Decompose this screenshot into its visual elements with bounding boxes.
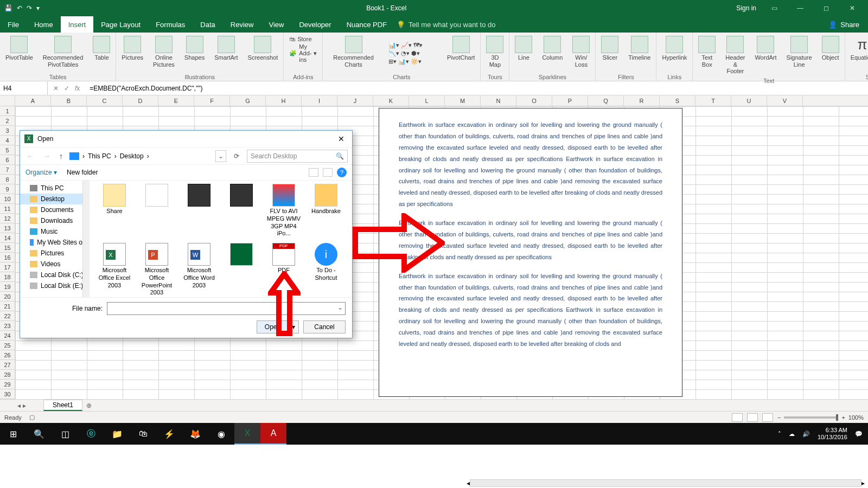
row-header[interactable]: 11 (0, 204, 15, 214)
tab-nuance-pdf[interactable]: Nuance PDF (339, 16, 394, 33)
ribbon-options-icon[interactable]: ▭ (766, 4, 782, 12)
tab-view[interactable]: View (261, 16, 291, 33)
screenshot-button[interactable]: Screenshot (245, 34, 282, 73)
cancel-formula-icon[interactable]: ✕ (53, 85, 59, 92)
pivottable-button[interactable]: PivotTable (2, 34, 36, 73)
file-share[interactable]: Share (95, 184, 134, 237)
table-button[interactable]: Table (90, 34, 113, 73)
nav-back-button[interactable]: ← (24, 152, 36, 160)
tree-music[interactable]: Music (20, 226, 89, 237)
tree-disk-c[interactable]: Local Disk (C:) (20, 269, 89, 280)
row-header[interactable]: 8 (0, 175, 15, 184)
row-header[interactable]: 23 (0, 321, 15, 331)
macro-record-icon[interactable]: ▢ (29, 414, 35, 421)
embedded-pdf-object[interactable]: Earthwork in surface excavation in ordin… (379, 108, 682, 397)
nav-up-button[interactable]: ↑ (57, 152, 65, 160)
search-input[interactable]: Search Desktop🔍 (247, 150, 348, 163)
store-icon[interactable]: 🛍 (130, 423, 156, 445)
row-header[interactable]: 5 (0, 145, 15, 155)
file-video3[interactable] (222, 243, 261, 297)
normal-view-button[interactable] (732, 413, 743, 422)
tree-websites[interactable]: My Web Sites or (20, 237, 89, 248)
tab-data[interactable]: Data (193, 16, 222, 33)
column-header[interactable]: R (624, 95, 660, 106)
tree-disk-e[interactable]: Local Disk (E:) (20, 280, 89, 291)
page-layout-view-button[interactable] (747, 413, 758, 422)
file-item[interactable] (137, 184, 176, 237)
row-header[interactable]: 25 (0, 341, 15, 350)
column-header[interactable]: M (445, 95, 481, 106)
tree-desktop[interactable]: Desktop (20, 194, 89, 204)
wordart-button[interactable]: WordArt (751, 34, 780, 77)
column-header[interactable]: P (552, 95, 588, 106)
sheet-tab[interactable]: Sheet1 (43, 400, 82, 411)
row-header[interactable]: 3 (0, 126, 15, 136)
column-header[interactable]: F (194, 95, 230, 106)
start-button[interactable]: ⊞ (0, 423, 26, 445)
zoom-level[interactable]: 100% (848, 414, 864, 421)
header-footer-button[interactable]: Header & Footer (722, 34, 748, 77)
file-video2[interactable] (222, 184, 261, 237)
breadcrumb[interactable]: ›This PC ›Desktop› (69, 152, 211, 160)
row-header[interactable]: 10 (0, 194, 15, 204)
row-header[interactable]: 7 (0, 165, 15, 175)
tab-file[interactable]: File (0, 16, 27, 33)
cancel-button[interactable]: Cancel (303, 320, 346, 333)
column-header[interactable]: H (266, 95, 302, 106)
column-header[interactable]: L (409, 95, 445, 106)
acrobat-taskbar-icon[interactable]: A (260, 423, 286, 445)
column-header[interactable]: B (51, 95, 87, 106)
tab-insert[interactable]: Insert (61, 16, 94, 33)
tree-scrollbar[interactable] (82, 181, 89, 297)
horizontal-scrollbar[interactable]: ◂▸ (467, 478, 865, 488)
row-header[interactable]: 14 (0, 233, 15, 243)
tree-videos[interactable]: Videos (20, 259, 89, 269)
zoom-slider[interactable] (784, 416, 838, 419)
excel-taskbar-icon[interactable]: X (234, 423, 260, 445)
column-header[interactable]: A (15, 95, 51, 106)
refresh-button[interactable]: ⟳ (231, 152, 242, 160)
row-header[interactable]: 20 (0, 292, 15, 301)
pictures-button[interactable]: Pictures (118, 34, 146, 73)
column-header[interactable]: S (660, 95, 695, 106)
tray-expand-icon[interactable]: ˄ (778, 431, 781, 438)
row-header[interactable]: 30 (0, 389, 15, 399)
hyperlink-button[interactable]: Hyperlink (659, 34, 690, 73)
nav-forward-button[interactable]: → (41, 152, 53, 160)
zoom-in-button[interactable]: + (841, 414, 845, 421)
sheet-nav[interactable]: ◂ ▸ (0, 402, 43, 409)
add-sheet-button[interactable]: ⊕ (82, 402, 95, 409)
redo-icon[interactable]: ↷ (27, 4, 32, 12)
sparkline-winloss-button[interactable]: Win/ Loss (569, 34, 593, 73)
chrome-icon[interactable]: ◉ (208, 423, 234, 445)
column-header[interactable]: C (87, 95, 123, 106)
column-header[interactable]: G (230, 95, 266, 106)
cortana-search-icon[interactable]: 🔍 (26, 423, 52, 445)
sparkline-column-button[interactable]: Column (539, 34, 566, 73)
store-button[interactable]: 🛍 Store (289, 36, 317, 42)
row-header[interactable]: 19 (0, 282, 15, 292)
column-header[interactable]: N (481, 95, 516, 106)
row-header[interactable]: 26 (0, 350, 15, 360)
fx-icon[interactable]: fx (75, 85, 80, 92)
sign-in-link[interactable]: Sign in (736, 4, 756, 12)
column-header[interactable]: I (302, 95, 337, 106)
row-header[interactable]: 22 (0, 311, 15, 321)
open-button[interactable]: Open▾ (257, 320, 299, 333)
tell-me-search[interactable]: 💡 Tell me what you want to do (397, 21, 495, 29)
qat-customize-icon[interactable]: ▾ (36, 4, 40, 12)
slicer-button[interactable]: Slicer (598, 34, 622, 73)
shapes-button[interactable]: Shapes (181, 34, 208, 73)
undo-icon[interactable]: ↶ (17, 4, 22, 12)
pivotchart-button[interactable]: PivotChart (444, 34, 478, 73)
chart-type-2[interactable]: 📉▾ ◔▾ ⬢▾ (388, 50, 437, 57)
recommended-pivottables-button[interactable]: Recommended PivotTables (40, 34, 87, 73)
column-header[interactable]: V (767, 95, 803, 106)
column-header[interactable]: E (158, 95, 194, 106)
row-header[interactable]: 9 (0, 184, 15, 194)
equation-button[interactable]: πEquation (847, 34, 868, 73)
save-icon[interactable]: 💾 (4, 4, 12, 12)
row-header[interactable]: 24 (0, 331, 15, 341)
page-break-view-button[interactable] (762, 413, 773, 422)
sparkline-line-button[interactable]: Line (512, 34, 535, 73)
